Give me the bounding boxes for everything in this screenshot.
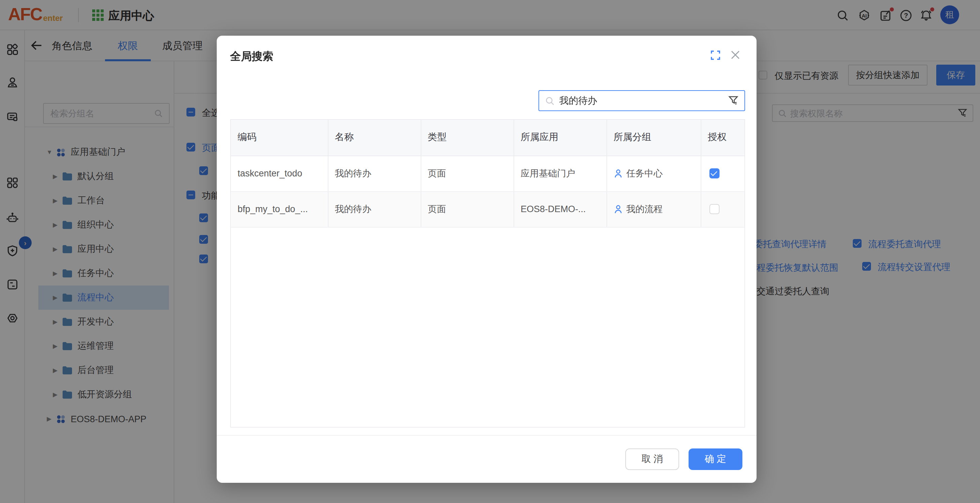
cell-code: bfp_my_to_do_... (231, 191, 328, 227)
col-header-authorize: 授权 (701, 120, 745, 156)
confirm-button[interactable]: 确 定 (689, 449, 742, 470)
global-search-input[interactable] (559, 91, 721, 110)
group-person-icon (614, 204, 622, 214)
table-row: taskcenter_todo 我的待办 页面 应用基础门户 任务中心 (231, 156, 745, 191)
col-header-group: 所属分组 (606, 120, 701, 156)
cell-group: 任务中心 (606, 156, 701, 191)
modal-title: 全局搜索 (230, 50, 273, 64)
global-search-box[interactable] (538, 90, 745, 111)
col-header-code: 编码 (231, 120, 328, 156)
group-name: 我的流程 (626, 203, 663, 215)
cell-type: 页面 (421, 191, 514, 227)
screenshot-viewport: AFC enter 应用中心 AI (0, 0, 980, 503)
authorize-checkbox[interactable] (709, 168, 719, 178)
group-name: 任务中心 (626, 167, 663, 180)
col-header-name: 名称 (328, 120, 421, 156)
filter-funnel-icon[interactable] (728, 96, 738, 106)
fullscreen-icon[interactable] (711, 51, 720, 60)
cell-code: taskcenter_todo (231, 156, 328, 191)
cell-group: 我的流程 (606, 191, 701, 227)
close-icon[interactable] (730, 50, 740, 60)
col-header-app: 所属应用 (514, 120, 606, 156)
group-person-icon (614, 169, 622, 178)
cell-app: EOS8-DEMO-... (514, 191, 606, 227)
cell-authorize (701, 156, 745, 191)
authorize-checkbox[interactable] (709, 204, 719, 214)
app-stage: AFC enter 应用中心 AI (0, 0, 980, 503)
search-results-table: 编码 名称 类型 所属应用 所属分组 授权 taskcenter_todo 我的… (230, 119, 745, 428)
global-search-modal: 全局搜索 (217, 36, 757, 483)
cell-app: 应用基础门户 (514, 156, 606, 191)
cell-type: 页面 (421, 156, 514, 191)
cell-name: 我的待办 (328, 191, 421, 227)
col-header-type: 类型 (421, 120, 514, 156)
cell-name: 我的待办 (328, 156, 421, 191)
modal-footer-divider (217, 435, 757, 436)
table-header-row: 编码 名称 类型 所属应用 所属分组 授权 (231, 120, 745, 156)
cell-authorize (701, 191, 745, 227)
search-icon (545, 96, 555, 106)
table-row: bfp_my_to_do_... 我的待办 页面 EOS8-DEMO-... 我… (231, 191, 745, 227)
cancel-button[interactable]: 取 消 (625, 449, 679, 470)
